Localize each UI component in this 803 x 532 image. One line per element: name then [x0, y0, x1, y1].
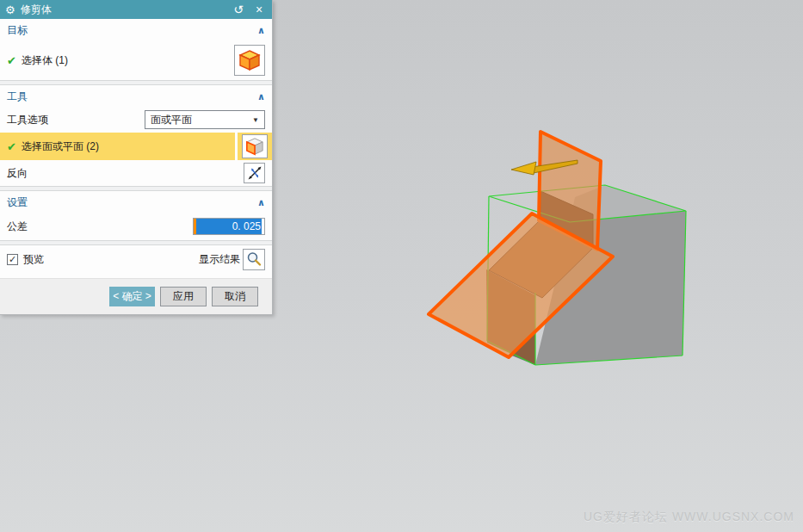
- chevron-down-icon: ▼: [252, 116, 259, 124]
- select-body-row[interactable]: ✔ 选择体 (1): [0, 40, 272, 80]
- group-header-settings: 设置 ∧: [0, 191, 272, 213]
- select-face-label: 选择面或平面 (2): [22, 139, 235, 154]
- solid-body-icon: [238, 49, 261, 71]
- close-icon[interactable]: ×: [251, 3, 267, 16]
- group-header-target: 目标 ∧: [0, 19, 272, 40]
- tool-option-value: 面或平面: [151, 113, 252, 127]
- tool-option-label: 工具选项: [7, 113, 145, 127]
- reverse-direction-row: 反向: [0, 160, 272, 186]
- select-face-button[interactable]: [242, 134, 268, 158]
- reset-icon[interactable]: ↺: [231, 3, 246, 16]
- tool-option-row: 工具选项 面或平面 ▼: [0, 107, 272, 133]
- trim-body-dialog: ⚙ 修剪体 ↺ × 目标 ∧ ✔ 选择体 (1) 工具 ∧ 工具选项 面或平面 …: [0, 0, 273, 315]
- dialog-footer: < 确定 > 应用 取消: [0, 278, 272, 314]
- select-body-button[interactable]: [234, 45, 265, 76]
- tolerance-label: 公差: [7, 220, 193, 234]
- text-caret: [262, 220, 263, 232]
- target-header-label: 目标: [7, 23, 28, 38]
- settings-header-label: 设置: [7, 195, 28, 210]
- watermark: UG爱好者论坛 WWW.UGSNX.COM: [584, 510, 794, 525]
- dialog-title: 修剪体: [21, 3, 225, 17]
- group-header-tool: 工具 ∧: [0, 85, 272, 107]
- face-plane-icon: [245, 137, 264, 156]
- select-face-button-cell: [238, 133, 272, 160]
- cancel-button[interactable]: 取消: [212, 287, 258, 306]
- preview-row: ✓ 预览 显示结果: [0, 245, 272, 273]
- preview-checkbox[interactable]: ✓: [7, 254, 18, 265]
- dialog-titlebar[interactable]: ⚙ 修剪体 ↺ ×: [0, 0, 272, 19]
- preview-label: 预览: [23, 252, 44, 267]
- show-result-button[interactable]: [243, 249, 265, 270]
- reverse-direction-button[interactable]: [244, 163, 265, 183]
- check-icon: ✔: [7, 54, 16, 67]
- chevron-up-icon[interactable]: ∧: [257, 25, 265, 36]
- chevron-up-icon[interactable]: ∧: [257, 91, 265, 102]
- tolerance-row: 公差 0. 025: [0, 213, 272, 240]
- reverse-direction-label: 反向: [7, 166, 244, 181]
- check-icon: ✔: [7, 140, 16, 153]
- reverse-direction-icon: [247, 165, 263, 181]
- show-result-label: 显示结果: [199, 252, 240, 267]
- gear-icon: ⚙: [5, 4, 15, 15]
- show-result-group: 显示结果: [199, 249, 265, 270]
- ok-button[interactable]: < 确定 >: [109, 287, 155, 306]
- chevron-up-icon[interactable]: ∧: [257, 197, 265, 208]
- select-body-label: 选择体 (1): [22, 53, 68, 68]
- apply-button[interactable]: 应用: [160, 287, 207, 306]
- tool-header-label: 工具: [7, 90, 28, 104]
- magnifier-icon: [246, 251, 262, 267]
- tolerance-input[interactable]: 0. 025: [193, 218, 265, 235]
- tool-option-dropdown[interactable]: 面或平面 ▼: [145, 110, 265, 129]
- tolerance-value: 0. 025: [196, 219, 262, 234]
- select-face-row[interactable]: ✔ 选择面或平面 (2): [0, 133, 272, 160]
